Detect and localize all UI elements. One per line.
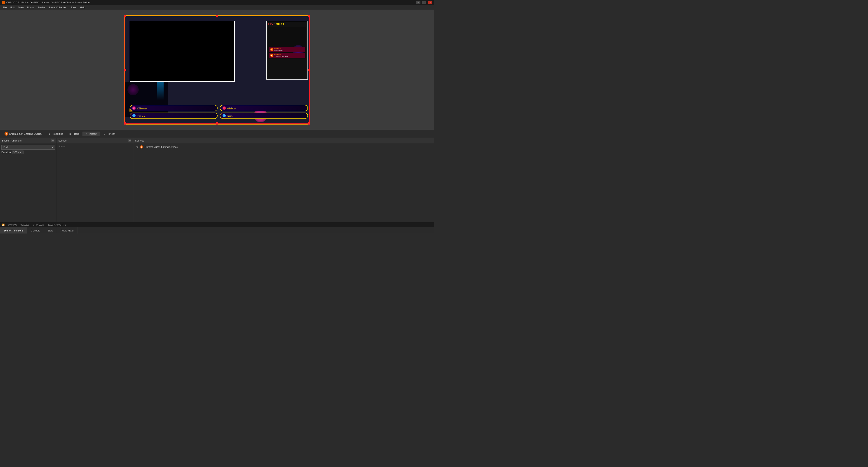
menu-profile[interactable]: Profile [36, 6, 46, 9]
donation-icon: ◈ [132, 114, 135, 117]
duration-label: Duration [1, 151, 11, 154]
menu-scene-collection[interactable]: Scene Collection [46, 6, 69, 9]
stat-donation: ◈ LATEST DONATION [130, 113, 218, 119]
scene-canvas[interactable]: LIVECHAT OWN3D Connected! [124, 16, 310, 124]
bottom-bar-tabs: Scene Transitions Controls Stats Audio M… [0, 227, 434, 233]
stat-subscriber: ★ LATEST SUBSCRIBER [130, 105, 218, 111]
cheer-label: LATEST CHEER [227, 114, 233, 117]
scene-transitions-header: Scene Transitions ⊟ [0, 138, 56, 143]
btab-audio-mixer-label: Audio Mixer [61, 229, 74, 232]
minimize-button[interactable]: ─ [416, 1, 421, 4]
tab-obs-label: Chroma Just Chatting Overlay [9, 133, 42, 135]
menu-tools[interactable]: Tools [69, 6, 79, 9]
transition-select[interactable]: Fade [1, 145, 55, 150]
chat-message: OWN3D Connected! [269, 47, 305, 52]
tab-interact-label: Interact [89, 133, 97, 135]
chat-username: OWN3D [274, 48, 283, 50]
subscriber-icon: ★ [132, 107, 135, 110]
tab-properties-label: Properties [52, 133, 63, 135]
chat-avatar [270, 54, 273, 57]
stat-cheer: ◈ LATEST CHEER [220, 113, 308, 119]
stats-area: ★ LATEST SUBSCRIBER ♥ LATEST FOLLOWER [130, 105, 308, 119]
status-bar: 📶 00:00:00 00:00:00 CPU: 0.0% 30.00 / 30… [0, 222, 434, 227]
preview-area[interactable]: LIVECHAT OWN3D Connected! [0, 10, 434, 130]
livechat-panel: LIVECHAT OWN3D Connected! [266, 21, 308, 80]
sources-content: 👁 O Chroma Just Chatting Overlay [133, 143, 434, 227]
menu-edit[interactable]: Edit [8, 6, 17, 9]
menu-file[interactable]: File [1, 6, 8, 9]
btab-audio-mixer[interactable]: Audio Mixer [57, 227, 78, 233]
source-item: 👁 O Chroma Just Chatting Overlay [134, 144, 433, 150]
handle-bottom-right[interactable] [308, 122, 310, 124]
signal-icon: 📶 [2, 224, 4, 226]
preview-and-panels: LIVECHAT OWN3D Connected! [0, 10, 434, 233]
btab-scene-transitions-label: Scene Transitions [4, 229, 23, 232]
sources-title: Sources [135, 139, 144, 142]
stats-row-1: ★ LATEST SUBSCRIBER ♥ LATEST FOLLOWER [130, 105, 308, 111]
status-time2: 00:00:00 [21, 224, 29, 226]
duration-row: Duration 300 ms [1, 150, 55, 154]
chat-messages: OWN3D Connected! OWN3D Joined #own3dtv..… [268, 46, 306, 59]
chat-username: OWN3D [274, 53, 289, 55]
livechat-live-text: LIVE [269, 22, 276, 26]
livechat-title: LIVECHAT [267, 21, 308, 27]
menu-help[interactable]: Help [78, 6, 87, 9]
btab-scene-transitions[interactable]: Scene Transitions [0, 227, 27, 233]
menu-view[interactable]: View [17, 6, 26, 9]
subscriber-label: LATEST SUBSCRIBER [137, 107, 147, 110]
scene-transitions-collapse[interactable]: ⊟ [51, 139, 55, 142]
tab-refresh[interactable]: ↻ Refresh [100, 132, 118, 136]
maximize-button[interactable]: □ [422, 1, 426, 4]
handle-top-mid[interactable] [216, 15, 218, 18]
handle-top-left[interactable] [124, 15, 126, 18]
tab-refresh-label: Refresh [106, 133, 116, 135]
titlebar-title: OBS 30.0.2 - Profile: OWN3D - Scenes: OW… [6, 1, 90, 4]
menubar: File Edit View Docks Profile Scene Colle… [0, 5, 434, 10]
titlebar: OBS 30.0.2 - Profile: OWN3D - Scenes: OW… [0, 0, 434, 5]
scenes-empty: Scene [57, 144, 132, 149]
scenes-title: Scenes [58, 139, 67, 142]
chat-message: OWN3D Joined #own3dtv... [269, 53, 305, 58]
webcam-glow-3 [127, 84, 139, 95]
handle-top-right[interactable] [308, 15, 310, 18]
status-time1: 00:00:00 [8, 224, 17, 226]
app-icon [2, 1, 5, 4]
handle-bottom-mid[interactable] [216, 122, 218, 124]
follower-value: FOLLOWER [227, 108, 236, 110]
handle-right-mid[interactable] [308, 69, 310, 71]
scene-transitions-title: Scene Transitions [2, 139, 22, 142]
status-fps: 30.00 / 30.00 FPS [48, 224, 66, 226]
scenes-panel: Scenes ⊟ Scene + − ▦ ▲ ▼ [57, 138, 133, 233]
tab-properties[interactable]: ⚙ Properties [45, 132, 66, 136]
scene-transitions-panel: Scene Transitions ⊟ Fade Duration 300 ms… [0, 138, 57, 233]
scenes-content: Scene [57, 143, 133, 227]
status-time1-value: 00:00:00 [8, 224, 17, 226]
handle-bottom-left[interactable] [124, 122, 126, 124]
cheer-value: CHEER [227, 116, 233, 117]
refresh-icon: ↻ [103, 133, 106, 135]
obs-logo-icon: O [4, 132, 8, 136]
main-video-feed [130, 21, 235, 82]
tab-interact[interactable]: ↗ Interact [83, 132, 100, 136]
app: OBS 30.0.2 - Profile: OWN3D - Scenes: OW… [0, 0, 434, 233]
donation-value: DONATION [137, 116, 145, 117]
bottom-tabs: O Chroma Just Chatting Overlay ⚙ Propert… [0, 130, 434, 138]
btab-controls-label: Controls [31, 229, 40, 232]
tab-filters[interactable]: ▦ Filters [66, 132, 82, 136]
scenes-collapse[interactable]: ⊟ [128, 139, 131, 142]
lower-section: Scene Transitions ⊟ Fade Duration 300 ms… [0, 138, 434, 233]
btab-controls[interactable]: Controls [27, 227, 44, 233]
source-type-icon: O [140, 145, 143, 148]
btab-stats-label: Stats [48, 229, 53, 232]
scenes-header: Scenes ⊟ [57, 138, 133, 143]
btab-stats[interactable]: Stats [44, 227, 57, 233]
status-signals: 📶 [2, 224, 4, 226]
handle-left-mid[interactable] [124, 69, 126, 71]
close-button[interactable]: ✕ [428, 1, 432, 4]
titlebar-controls: ─ □ ✕ [416, 1, 432, 4]
source-visibility-toggle[interactable]: 👁 [135, 145, 139, 148]
chat-avatar [270, 48, 273, 51]
follower-label: LATEST FOLLOWER [227, 107, 236, 110]
menu-docks[interactable]: Docks [25, 6, 36, 9]
tab-obs-logo[interactable]: O Chroma Just Chatting Overlay [2, 131, 45, 137]
